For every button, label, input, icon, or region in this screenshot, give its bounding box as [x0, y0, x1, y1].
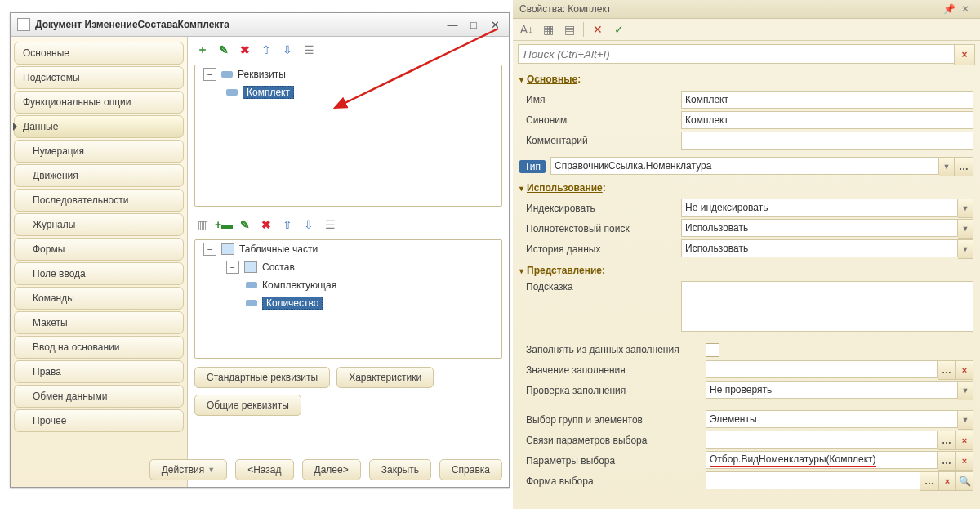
move-up-icon[interactable]: ⇧ [279, 217, 296, 233]
dropdown-icon[interactable]: ▼ [958, 239, 973, 259]
tab-input-on-basis[interactable]: Ввод на основании [14, 336, 184, 359]
minimize-icon[interactable]: — [443, 17, 461, 32]
dropdown-icon[interactable]: ▼ [958, 219, 973, 239]
clear-icon[interactable]: ✕ [589, 20, 607, 38]
section-presentation[interactable]: Представление: [519, 261, 973, 280]
tab-sequences[interactable]: Последовательности [14, 189, 184, 212]
apply-icon[interactable]: ✓ [610, 20, 628, 38]
dropdown-icon[interactable]: ▼ [958, 410, 973, 430]
collapse-icon[interactable]: − [203, 68, 216, 81]
edit-icon[interactable]: ✎ [216, 42, 232, 58]
section-use[interactable]: Использование: [519, 179, 973, 198]
tab-commands[interactable]: Команды [14, 287, 184, 310]
tree-row-komplektuyushchaya[interactable]: Комплектующая [195, 276, 501, 294]
add-section-icon[interactable]: +▬ [216, 217, 232, 233]
tab-forms[interactable]: Формы [14, 238, 184, 261]
properties-icon[interactable]: ☰ [322, 217, 338, 233]
clear-value-icon[interactable]: × [939, 471, 956, 491]
open-dialog-icon[interactable]: … [938, 451, 956, 471]
tree-label: Табличные части [239, 243, 318, 255]
delete-icon[interactable]: ✖ [237, 42, 253, 58]
fulltext-select[interactable]: Использовать [681, 219, 958, 237]
tab-subsystems[interactable]: Подсистемы [14, 66, 184, 89]
tab-journals[interactable]: Журналы [14, 213, 184, 236]
tab-func-options[interactable]: Функциональные опции [14, 91, 184, 114]
param-links-field[interactable] [706, 431, 938, 449]
close-panel-icon[interactable]: ✕ [957, 3, 973, 15]
attributes-toolbar: ＋ ✎ ✖ ⇧ ⇩ ☰ [188, 37, 509, 63]
tab-exchange[interactable]: Обмен данными [14, 385, 184, 408]
window-titlebar[interactable]: Документ ИзменениеСоставаКомплекта — □ ✕ [11, 13, 509, 37]
tab-templates[interactable]: Макеты [14, 311, 184, 334]
next-button[interactable]: Далее> [302, 459, 361, 480]
edit-icon[interactable]: ✎ [237, 217, 253, 233]
common-attributes-button[interactable]: Общие реквизиты [194, 395, 301, 416]
filter-icon[interactable]: ▤ [560, 20, 578, 38]
actions-button[interactable]: Действия [149, 459, 228, 480]
move-down-icon[interactable]: ⇩ [301, 217, 317, 233]
magnifier-icon[interactable]: 🔍 [956, 471, 973, 491]
clear-value-icon[interactable]: × [956, 360, 973, 380]
fill-from-checkbox[interactable] [706, 343, 719, 357]
section-main[interactable]: Основные: [519, 70, 973, 89]
move-up-icon[interactable]: ⇧ [258, 42, 274, 58]
tab-data[interactable]: Данные [14, 115, 184, 138]
tree-row-sostav[interactable]: − Состав [195, 258, 501, 276]
fill-check-select[interactable]: Не проверять [706, 381, 958, 399]
add-icon[interactable]: ＋ [194, 42, 211, 58]
type-field[interactable] [550, 157, 939, 175]
tab-rights[interactable]: Права [14, 360, 184, 383]
open-dialog-icon[interactable]: … [955, 157, 973, 176]
tree-row-root[interactable]: − Табличные части [195, 240, 501, 258]
index-select[interactable]: Не индексировать [681, 199, 958, 217]
tree-row-kolichestvo[interactable]: Количество [195, 294, 501, 312]
choice-params-field[interactable]: Отбор.ВидНоменклатуры(Комплект) [706, 451, 938, 469]
comment-field[interactable] [681, 132, 973, 150]
move-down-icon[interactable]: ⇩ [279, 42, 296, 58]
attributes-tree[interactable]: − Реквизиты Комплект [194, 65, 502, 207]
choice-params-value: Отбор.ВидНоменклатуры(Комплект) [710, 453, 876, 467]
clear-search-icon[interactable]: × [954, 44, 975, 65]
back-button[interactable]: <Назад [235, 459, 293, 480]
close-icon[interactable]: ✕ [486, 17, 504, 32]
tab-main[interactable]: Основные [14, 42, 184, 65]
properties-icon[interactable]: ☰ [301, 42, 317, 58]
clear-value-icon[interactable]: × [956, 451, 973, 471]
groups-select[interactable]: Элементы [706, 410, 958, 428]
categorized-icon[interactable]: ▦ [539, 20, 557, 38]
history-select[interactable]: Использовать [681, 239, 958, 257]
search-input[interactable] [518, 44, 954, 64]
tree-row-root[interactable]: − Реквизиты [195, 65, 501, 83]
clear-value-icon[interactable]: × [956, 431, 973, 450]
pin-icon[interactable]: 📌 [941, 3, 957, 15]
collapse-icon[interactable]: − [203, 243, 216, 256]
dropdown-icon[interactable]: ▼ [958, 199, 973, 218]
tab-input-field[interactable]: Поле ввода [14, 262, 184, 285]
fill-value-field[interactable] [706, 360, 938, 378]
dropdown-icon[interactable]: ▼ [939, 157, 955, 176]
tab-movements[interactable]: Движения [14, 164, 184, 187]
sort-asc-icon[interactable]: A↓ [518, 20, 536, 38]
characteristics-button[interactable]: Характеристики [336, 367, 434, 388]
collapse-icon[interactable]: − [226, 261, 239, 274]
name-field[interactable] [681, 91, 973, 109]
open-dialog-icon[interactable]: … [938, 360, 956, 380]
standard-attributes-button[interactable]: Стандартные реквизиты [194, 367, 330, 388]
maximize-icon[interactable]: □ [465, 17, 483, 32]
dropdown-icon[interactable]: ▼ [958, 381, 973, 400]
synonym-field[interactable] [681, 111, 973, 129]
hint-field[interactable] [681, 281, 973, 332]
tab-other[interactable]: Прочее [14, 409, 184, 432]
list-icon[interactable]: ▥ [194, 217, 211, 233]
properties-header[interactable]: Свойства: Комплект 📌 ✕ [513, 0, 980, 19]
open-dialog-icon[interactable]: … [938, 431, 956, 450]
delete-icon[interactable]: ✖ [258, 217, 274, 233]
tree-row-komplekt[interactable]: Комплект [195, 83, 501, 101]
param-links-label: Связи параметров выбора [519, 435, 706, 446]
open-dialog-icon[interactable]: … [920, 471, 939, 491]
tabular-tree[interactable]: − Табличные части − Состав Комплектующая [194, 239, 502, 359]
choice-form-field[interactable] [706, 471, 920, 489]
close-button[interactable]: Закрыть [369, 459, 431, 480]
tab-numbering[interactable]: Нумерация [14, 140, 184, 163]
help-button[interactable]: Справка [439, 459, 502, 480]
